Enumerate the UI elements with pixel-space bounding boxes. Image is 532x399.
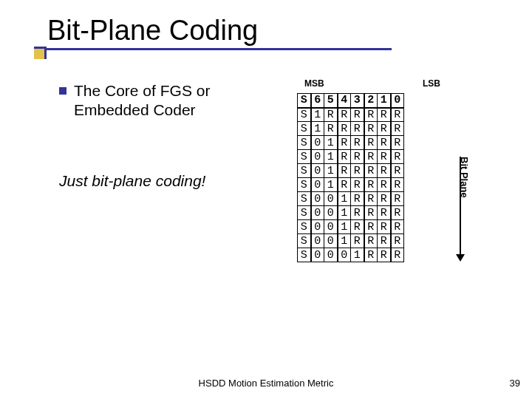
table-cell: R: [364, 206, 378, 220]
table-cell: R: [364, 192, 378, 206]
table-cell: S: [298, 136, 311, 150]
table-cell: R: [351, 234, 364, 248]
table-cell: R: [351, 136, 364, 150]
table-row: S01RRRRR: [298, 150, 404, 164]
table-cell: 6: [311, 94, 324, 108]
table-cell: 5: [324, 94, 338, 108]
table-cell: R: [391, 178, 404, 192]
italic-caption: Just bit-plane coding!: [59, 172, 281, 190]
table-cell: 1: [338, 192, 351, 206]
table-cell: 0: [311, 220, 324, 234]
bitplane-table: S6543210S1RRRRRRS1RRRRRRS01RRRRRS01RRRRR…: [297, 93, 404, 262]
table-cell: 0: [324, 234, 338, 248]
table-cell: 1: [324, 150, 338, 164]
table-cell: 2: [364, 94, 378, 108]
table-cell: 1: [311, 122, 324, 136]
page-number: 39: [510, 378, 520, 389]
table-row: S0001RRR: [298, 248, 404, 262]
table-cell: R: [351, 178, 364, 192]
table-row: S1RRRRRR: [298, 122, 404, 136]
table-cell: 4: [338, 94, 351, 108]
table-cell: R: [391, 220, 404, 234]
square-bullet-icon: [59, 87, 66, 95]
table-cell: R: [391, 108, 404, 122]
table-cell: S: [298, 94, 311, 108]
table-row: S01RRRRR: [298, 164, 404, 178]
table-cell: R: [364, 220, 378, 234]
table-cell: R: [378, 248, 391, 262]
table-cell: S: [298, 220, 311, 234]
bitplane-table-wrap: MSB LSB S6543210S1RRRRRRS1RRRRRRS01RRRRR…: [297, 78, 404, 262]
table-cell: 0: [311, 234, 324, 248]
table-cell: 0: [311, 248, 324, 262]
slide-body: The Core of FGS or Embedded Coder Just b…: [59, 81, 281, 190]
table-cell: 1: [324, 164, 338, 178]
table-row: S01RRRRR: [298, 136, 404, 150]
bit-plane-axis-label: Bit Plane: [459, 157, 470, 198]
bullet-text: The Core of FGS or Embedded Coder: [74, 81, 281, 120]
table-cell: 0: [311, 164, 324, 178]
table-cell: R: [378, 220, 391, 234]
table-cell: R: [378, 108, 391, 122]
table-cell: 0: [324, 206, 338, 220]
table-cell: R: [391, 248, 404, 262]
table-cell: R: [351, 108, 364, 122]
table-cell: R: [338, 122, 351, 136]
table-cell: 0: [311, 150, 324, 164]
table-cell: S: [298, 150, 311, 164]
table-cell: 0: [311, 192, 324, 206]
table-cell: R: [391, 234, 404, 248]
table-row: S001RRRR: [298, 220, 404, 234]
table-cell: R: [364, 150, 378, 164]
table-cell: R: [338, 164, 351, 178]
table-cell: R: [364, 108, 378, 122]
table-cell: 0: [324, 220, 338, 234]
table-row: S001RRRR: [298, 192, 404, 206]
table-cell: S: [298, 178, 311, 192]
table-cell: R: [324, 108, 338, 122]
table-cell: S: [298, 206, 311, 220]
table-cell: R: [378, 150, 391, 164]
table-cell: R: [378, 206, 391, 220]
table-cell: S: [298, 248, 311, 262]
table-cell: 1: [338, 220, 351, 234]
table-cell: R: [391, 164, 404, 178]
table-cell: 0: [311, 136, 324, 150]
table-cell: R: [378, 178, 391, 192]
slide-footer: HSDD Motion Estimation Metric: [0, 378, 532, 389]
table-row: S1RRRRRR: [298, 108, 404, 122]
table-cell: R: [364, 136, 378, 150]
table-cell: 0: [338, 248, 351, 262]
table-row: S001RRRR: [298, 234, 404, 248]
title-corner-icon: [34, 47, 47, 59]
table-cell: 1: [338, 206, 351, 220]
table-cell: R: [391, 206, 404, 220]
table-cell: S: [298, 122, 311, 136]
table-row: S01RRRRR: [298, 178, 404, 192]
table-cell: R: [391, 192, 404, 206]
table-cell: S: [298, 234, 311, 248]
table-cell: 0: [324, 248, 338, 262]
table-cell: R: [391, 122, 404, 136]
table-cell: 3: [351, 94, 364, 108]
table-cell: S: [298, 164, 311, 178]
title-underline: [44, 48, 392, 50]
table-cell: 0: [391, 94, 404, 108]
table-cell: R: [378, 164, 391, 178]
table-cell: 1: [324, 136, 338, 150]
table-cell: R: [364, 178, 378, 192]
table-cell: S: [298, 108, 311, 122]
table-cell: 0: [324, 192, 338, 206]
table-cell: R: [364, 122, 378, 136]
table-cell: R: [351, 164, 364, 178]
bullet-item: The Core of FGS or Embedded Coder: [59, 81, 281, 120]
slide-title-block: Bit-Plane Coding: [44, 15, 458, 50]
table-cell: R: [338, 136, 351, 150]
table-cell: R: [351, 206, 364, 220]
table-cell: R: [391, 136, 404, 150]
slide: Bit-Plane Coding The Core of FGS or Embe…: [0, 0, 532, 399]
table-cell: R: [378, 122, 391, 136]
table-header-row: S6543210: [298, 94, 404, 108]
table-cell: 0: [311, 206, 324, 220]
table-cell: S: [298, 192, 311, 206]
